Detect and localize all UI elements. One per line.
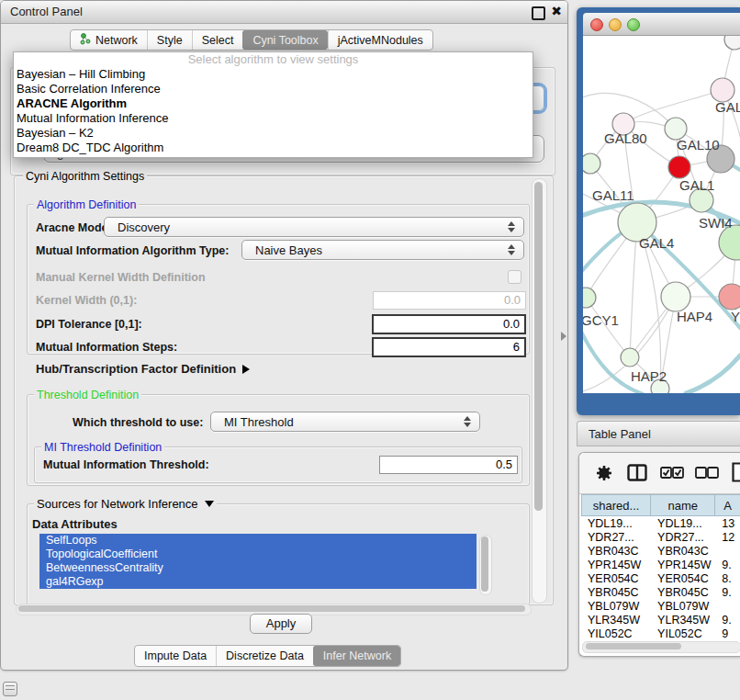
gear-icon[interactable] [596, 465, 612, 481]
algorithm-option[interactable]: Mutual Information Inference [14, 111, 533, 126]
column-layout-icon[interactable] [627, 464, 647, 481]
table-toolbar [579, 453, 740, 494]
mi-type-combo[interactable]: Naive Bayes [241, 240, 524, 260]
tab-style[interactable]: Style [147, 30, 192, 50]
splitter-arrow-icon[interactable] [561, 332, 566, 341]
column-header-a[interactable]: A [715, 494, 740, 516]
table-row[interactable]: YER054CYER054C8. [581, 572, 740, 586]
control-panel-titlebar: Control Panel ✖ [1, 1, 567, 24]
table-row[interactable]: YBR043CYBR043C [581, 545, 740, 559]
apply-button[interactable]: Apply [250, 614, 312, 634]
control-panel-window: Control Panel ✖ NetworkStyleSelectCyni T… [0, 0, 568, 671]
tab-network[interactable]: Network [71, 30, 147, 50]
threshold-definition-title: Threshold Definition [34, 389, 141, 401]
expander-arrow-icon [242, 365, 250, 374]
tab-label: Cyni Toolbox [252, 34, 318, 47]
attribute-list-item[interactable]: gal4RGexp [39, 575, 477, 589]
kernel-width-label: Kernel Width (0,1): [36, 294, 137, 307]
document-icon[interactable] [732, 462, 740, 482]
table-row[interactable]: YPR145WYPR145W9. [581, 559, 740, 572]
network-node-label: GCY1 [583, 312, 619, 328]
network-node[interactable] [583, 288, 596, 308]
network-edge-thick [686, 356, 740, 393]
data-attributes-label: Data Attributes [32, 517, 118, 531]
tab-infer-network[interactable]: Infer Network [313, 646, 400, 666]
table-row[interactable]: YDL19...YDL19...13 [581, 517, 740, 531]
dpi-tolerance-field[interactable]: 0.0 [372, 314, 526, 334]
manual-kernel-checkbox[interactable] [508, 270, 521, 284]
table-row[interactable]: YLR345WYLR345W9. [581, 614, 740, 627]
network-node[interactable] [661, 282, 690, 311]
control-panel-title: Control Panel [10, 5, 83, 18]
combo-arrows-icon [464, 416, 471, 427]
table-cell [715, 600, 740, 614]
close-icon[interactable]: ✖ [551, 4, 562, 18]
table-cell: YBR045C [581, 586, 651, 600]
zoom-traffic-light-icon[interactable] [627, 18, 640, 31]
mi-threshold-field[interactable]: 0.5 [379, 456, 518, 474]
network-node[interactable] [621, 348, 639, 367]
tab-discretize-data[interactable]: Discretize Data [216, 646, 313, 666]
settings-group-title: Cyni Algorithm Settings [23, 170, 147, 183]
unchecked-boxes-icon[interactable] [695, 467, 719, 479]
sources-title[interactable]: Sources for Network Inference [34, 497, 217, 511]
table-cell: YIL052C [651, 627, 715, 641]
kernel-width-field[interactable]: 0.0 [373, 291, 526, 310]
algorithm-option[interactable]: Basic Correlation Inference [14, 82, 533, 96]
table-panel-titlebar: Table Panel [577, 421, 740, 446]
manual-kernel-label: Manual Kernel Width Definition [36, 271, 206, 284]
table-cell: 12 [715, 531, 740, 545]
tab-impute-data[interactable]: Impute Data [135, 646, 216, 666]
network-node-label: Y [731, 309, 740, 324]
table-row[interactable]: YDR27...YDR27...12 [581, 531, 740, 545]
float-window-icon[interactable] [532, 6, 545, 20]
network-canvas[interactable]: GAL8GAL80GAL10GAL1GAL11SWI4GAL4GCY1HAP4Y… [583, 36, 740, 393]
algorithm-option[interactable]: Bayesian – Hill Climbing [14, 67, 533, 82]
minimize-traffic-light-icon[interactable] [609, 18, 622, 31]
hub-definition-label: Hub/Transcription Factor Definition [36, 362, 236, 376]
network-node[interactable] [724, 36, 740, 50]
network-node-label: GAL11 [592, 187, 634, 203]
table-row[interactable]: YBL079WYBL079W [581, 600, 740, 614]
network-node-label: SWI4 [699, 215, 733, 231]
algorithm-option[interactable]: ARACNE Algorithm [14, 96, 533, 111]
attribute-list-item[interactable]: BetweennessCentrality [39, 561, 477, 575]
table-cell [715, 545, 740, 559]
mi-steps-field[interactable]: 6 [372, 337, 526, 357]
combo-arrows-icon [508, 244, 515, 255]
algorithm-option[interactable]: Bayesian – K2 [14, 126, 533, 141]
panel-toggle-icon[interactable] [3, 682, 17, 696]
which-threshold-combo[interactable]: MI Threshold [210, 412, 480, 432]
table-row[interactable]: YIL052CYIL052C9 [581, 627, 740, 641]
table-row[interactable]: YBR045CYBR045C9. [581, 586, 740, 600]
aracne-mode-combo[interactable]: Discovery [104, 217, 524, 237]
algorithm-options: Bayesian – Hill ClimbingBasic Correlatio… [14, 67, 533, 155]
table-horizontal-scrollbar[interactable] [582, 641, 740, 653]
tab-select[interactable]: Select [192, 30, 243, 50]
attribute-list-item[interactable]: TopologicalCoefficient [39, 548, 477, 561]
hub-definition-expander[interactable]: Hub/Transcription Factor Definition [36, 362, 250, 376]
algorithm-dropdown-popup: Select algorithm to view settings Bayesi… [13, 51, 533, 158]
combo-arrows-icon [508, 221, 515, 232]
settings-vertical-scrollbar[interactable] [532, 178, 547, 604]
table-cell: YBR043C [651, 545, 715, 559]
table-cell: YER054C [581, 572, 651, 586]
column-header-name[interactable]: name [651, 494, 715, 516]
close-traffic-light-icon[interactable] [590, 18, 603, 31]
network-node[interactable] [668, 156, 690, 178]
table-cell: YBL079W [651, 600, 715, 614]
attr-list-scrollbar[interactable] [479, 535, 492, 595]
mi-type-label: Mutual Information Algorithm Type: [36, 244, 229, 257]
column-header-shared[interactable]: shared... [581, 494, 651, 516]
network-node[interactable] [719, 284, 740, 310]
checked-boxes-icon[interactable] [660, 467, 684, 479]
tab-label: Network [95, 34, 138, 47]
network-node[interactable] [583, 153, 600, 174]
attribute-list-item[interactable]: SelfLoops [39, 534, 477, 548]
tab-cyni-toolbox[interactable]: Cyni Toolbox [242, 30, 327, 50]
algorithm-option[interactable]: Dream8 DC_TDC Algorithm [14, 141, 533, 155]
which-threshold-value: MI Threshold [224, 415, 294, 429]
tab-jactivemnodules[interactable]: jActiveMNodules [328, 30, 432, 50]
table-window: shared...nameA YDL19...YDL19...13YDR27..… [578, 452, 740, 657]
table-cell: YBL079W [581, 600, 651, 614]
